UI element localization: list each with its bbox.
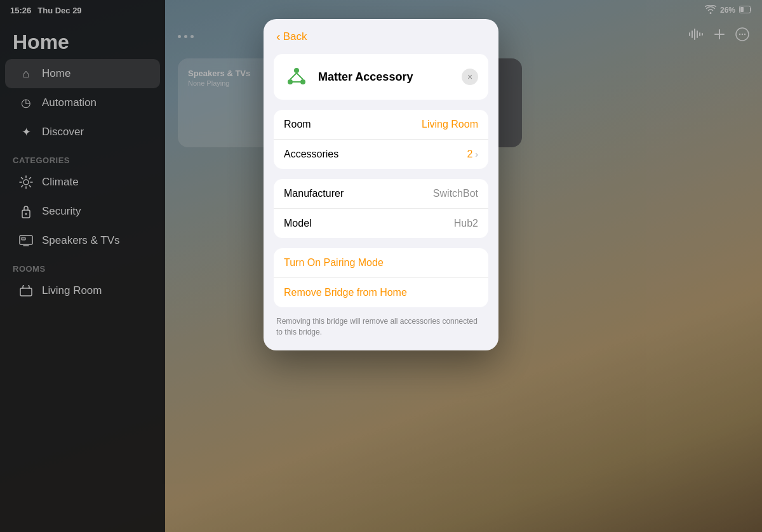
accessories-row[interactable]: Accessories 2 ›	[274, 140, 488, 169]
matter-icon	[284, 64, 309, 90]
back-label: Back	[283, 30, 307, 43]
manufacturer-value: SwitchBot	[433, 188, 478, 199]
remove-bridge-button[interactable]: Remove Bridge from Home	[274, 278, 488, 307]
matter-accessory-card: Matter Accessory ×	[274, 54, 488, 100]
back-chevron-icon: ‹	[276, 29, 281, 44]
turn-on-pairing-button[interactable]: Turn On Pairing Mode	[274, 248, 488, 278]
modal: ‹ Back Matter Accessory	[264, 19, 498, 350]
back-button[interactable]: ‹ Back	[264, 19, 498, 49]
model-row: Model Hub2	[274, 209, 488, 238]
room-label: Room	[284, 119, 311, 130]
room-accessories-section: Room Living Room Accessories 2 ›	[274, 110, 488, 169]
matter-card-left: Matter Accessory	[284, 64, 413, 90]
matter-title: Matter Accessory	[318, 70, 413, 84]
manufacturer-label: Manufacturer	[284, 188, 344, 199]
warning-text: Removing this bridge will remove all acc…	[264, 312, 498, 350]
svg-line-32	[290, 73, 297, 79]
accessories-label: Accessories	[284, 149, 338, 160]
model-value: Hub2	[454, 218, 478, 229]
svg-point-29	[294, 68, 299, 73]
close-icon: ×	[467, 72, 472, 82]
model-label: Model	[284, 218, 312, 229]
details-section: Manufacturer SwitchBot Model Hub2	[274, 179, 488, 238]
accessories-value: 2 ›	[467, 149, 478, 160]
manufacturer-row: Manufacturer SwitchBot	[274, 179, 488, 209]
close-button[interactable]: ×	[462, 69, 478, 85]
svg-line-33	[297, 73, 303, 79]
room-value: Living Room	[422, 119, 478, 130]
actions-section: Turn On Pairing Mode Remove Bridge from …	[274, 248, 488, 307]
modal-overlay: ‹ Back Matter Accessory	[0, 0, 762, 532]
room-row[interactable]: Room Living Room	[274, 110, 488, 140]
accessories-chevron: ›	[475, 149, 478, 159]
